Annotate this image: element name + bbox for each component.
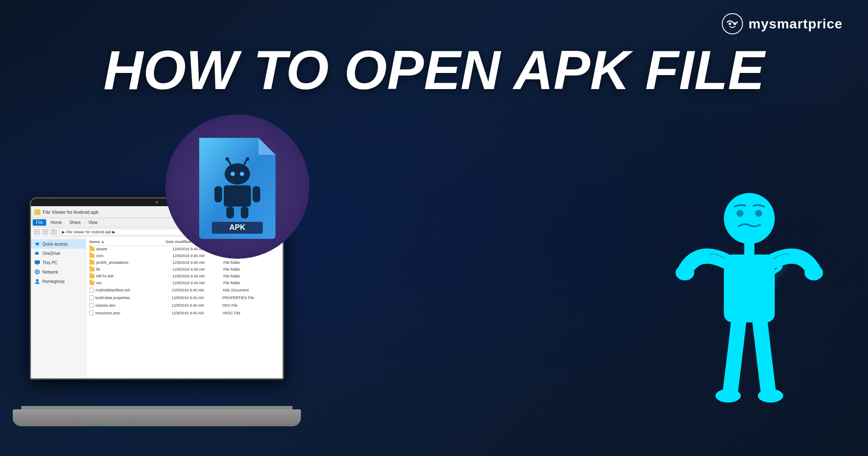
menu-share[interactable]: Share [66,219,84,226]
svg-rect-6 [36,265,39,265]
svg-marker-3 [35,241,40,246]
sidebar-network-label: Network [42,270,58,274]
svg-point-16 [240,172,244,176]
svg-point-30 [804,265,823,280]
table-row[interactable]: jsr305_annotations 12/9/2016 9:40 AM Fil… [88,259,281,266]
svg-point-9 [36,279,39,282]
file-type: File folder [223,281,279,285]
file-type: PROPERTIES File [223,296,279,300]
apk-file-svg: APK [195,138,280,240]
table-row[interactable]: lib 12/9/2016 9:40 AM File folder [88,266,281,273]
back-button[interactable]: ← [33,229,40,235]
file-name: lib [96,267,172,271]
file-type: XML Document [223,288,279,292]
svg-point-15 [231,172,235,176]
svg-point-14 [246,157,249,161]
file-date: 12/9/2016 9:40 AM [172,260,223,265]
laptop-base [13,409,301,426]
table-row[interactable]: classes.dex 12/9/2016 9:40 AM DEX File [88,302,281,309]
table-row[interactable]: resources.arsc 12/9/2016 9:40 AM ARSC Fi… [88,309,281,317]
sidebar: Quick access OneDrive [31,237,86,378]
file-date: 12/9/2016 9:40 AM [172,311,223,315]
svg-point-26 [755,210,762,217]
network-icon [34,269,40,275]
file-name: META-INF [96,274,172,278]
sidebar-item-network[interactable]: Network [31,267,86,277]
file-date: 12/9/2016 9:40 AM [172,303,223,308]
svg-rect-19 [253,186,260,202]
stick-figure-container: !? [686,185,834,431]
file-name: jsr305_annotations [96,260,172,265]
svg-point-0 [722,14,743,34]
address-path-text: ▶ File Viewer for Android.apk ▶ [62,230,115,234]
file-date: 12/9/2016 9:40 AM [172,267,223,271]
file-type: File folder [223,267,279,271]
file-type: File folder [223,274,279,278]
file-name: AndroidManifest.xml [95,288,172,292]
main-headline: HOW TO OPEN APK FILE [43,42,824,98]
stick-figure-svg [665,176,834,431]
star-icon [34,241,40,247]
folder-icon [89,274,95,278]
sidebar-item-homegroup[interactable]: Homegroup [31,277,86,286]
folder-icon [89,267,95,271]
svg-rect-18 [214,186,222,202]
file-date: 12/9/2016 9:40 AM [172,274,223,278]
file-name: resources.arsc [95,311,172,315]
forward-button[interactable]: → [42,229,49,235]
file-icon [89,303,94,308]
file-icon [89,311,94,316]
svg-point-25 [737,210,743,217]
col-name-header: Name ▲ [89,240,166,244]
apk-file-graphic: APK [195,138,280,235]
title-bar-folder-icon [34,209,40,215]
table-row[interactable]: AndroidManifest.xml 12/9/2016 9:40 AM XM… [88,286,281,294]
camera-dot [156,201,158,204]
table-row[interactable]: build-data.properties 12/9/2016 9:40 AM … [88,294,281,302]
sidebar-homegroup-label: Homegroup [42,279,64,284]
sidebar-item-quick-access[interactable]: Quick access [31,239,86,249]
svg-point-2 [734,22,736,25]
file-type: File folder [223,260,279,265]
up-button[interactable]: ↑ [50,229,57,235]
file-date: 12/9/2016 9:40 AM [172,281,223,285]
menu-file[interactable]: File [33,219,46,226]
svg-point-24 [724,193,775,244]
table-row[interactable]: res 12/9/2016 9:40 AM File folder [88,280,281,286]
folder-icon [89,254,95,258]
homegroup-icon [34,278,40,284]
svg-rect-4 [35,260,40,264]
logo-text: mysmartprice [748,16,843,32]
svg-point-29 [676,265,694,280]
sidebar-onedrive-label: OneDrive [42,251,60,256]
svg-point-32 [758,389,783,403]
svg-rect-5 [36,264,38,265]
file-name: res [96,281,172,285]
cloud-icon [34,250,40,256]
sidebar-item-onedrive[interactable]: OneDrive [31,249,86,258]
file-date: 12/9/2016 9:40 AM [172,288,223,292]
file-name: assets [96,247,172,251]
svg-rect-21 [241,207,248,218]
table-row[interactable]: META-INF 12/9/2016 9:40 AM File folder [88,273,281,280]
svg-rect-27 [744,243,754,256]
menu-home[interactable]: Home [47,219,65,226]
file-icon [89,288,94,293]
file-icon [89,295,94,300]
menu-view[interactable]: View [85,219,101,226]
apk-circle-icon: APK [165,115,309,259]
file-type: DEX File [223,303,279,308]
folder-icon [89,260,95,265]
file-name: classes.dex [95,303,172,308]
sidebar-quick-access-label: Quick access [42,242,67,246]
svg-point-10 [225,163,250,185]
svg-text:APK: APK [229,223,245,232]
computer-icon [34,260,40,266]
sidebar-item-this-pc[interactable]: This PC [31,258,86,267]
svg-rect-17 [224,185,251,207]
svg-point-1 [729,22,731,25]
folder-icon [89,281,95,285]
sidebar-this-pc-label: This PC [42,260,58,265]
file-type: ARSC File [223,311,279,315]
file-list: Name ▲ Date modified Type assets 12/9/20… [86,237,283,378]
